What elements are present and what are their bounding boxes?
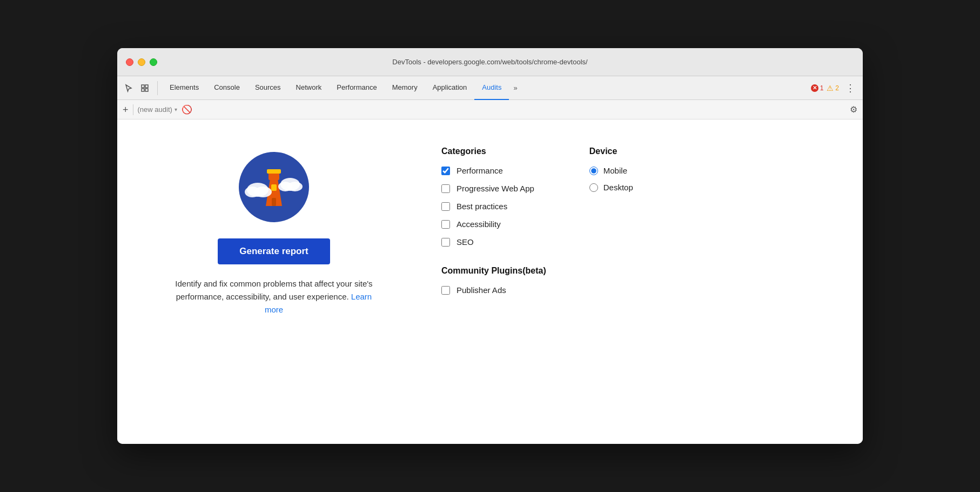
warning-count: 2: [835, 84, 839, 92]
checkbox-performance-label: Performance: [457, 166, 503, 175]
checkbox-best-practices-input[interactable]: [441, 202, 450, 211]
tab-application[interactable]: Application: [425, 76, 475, 100]
svg-rect-0: [142, 85, 144, 88]
block-icon[interactable]: 🚫: [182, 104, 192, 115]
svg-rect-6: [269, 172, 279, 180]
audit-selector-value: (new audit): [138, 105, 172, 114]
add-audit-button[interactable]: +: [123, 105, 129, 115]
more-menu-button[interactable]: ⋮: [842, 82, 858, 94]
tab-sources[interactable]: Sources: [247, 76, 288, 100]
traffic-lights: [126, 58, 157, 66]
community-title: Community Plugins(beta): [441, 266, 546, 276]
checkbox-publisher-ads-label: Publisher Ads: [457, 285, 506, 295]
tab-console[interactable]: Console: [206, 76, 247, 100]
checkbox-best-practices[interactable]: Best practices: [441, 202, 546, 211]
tab-performance[interactable]: Performance: [329, 76, 384, 100]
checkbox-publisher-ads-input[interactable]: [441, 286, 450, 295]
warning-badge: ⚠ 2: [827, 84, 839, 92]
tab-memory[interactable]: Memory: [385, 76, 425, 100]
radio-desktop[interactable]: Desktop: [589, 183, 633, 192]
svg-rect-9: [272, 198, 276, 206]
audit-toolbar: + (new audit) ▾ 🚫 ⚙: [117, 100, 863, 119]
device-radio-group: Mobile Desktop: [589, 166, 633, 192]
radio-mobile-input[interactable]: [589, 167, 598, 175]
tab-right-section: ✕ 1 ⚠ 2 ⋮: [811, 82, 858, 94]
checkbox-pwa[interactable]: Progressive Web App: [441, 184, 546, 193]
svg-rect-7: [267, 169, 281, 174]
radio-desktop-input[interactable]: [589, 183, 598, 192]
window-title: DevTools - developers.google.com/web/too…: [392, 58, 587, 66]
categories-column: Categories Performance Progressive Web A…: [441, 147, 546, 295]
devtools-window: DevTools - developers.google.com/web/too…: [117, 48, 863, 444]
devtools-icon-group: [122, 81, 158, 95]
left-panel: Generate report Identify and fix common …: [160, 141, 387, 316]
svg-rect-2: [142, 89, 144, 91]
checkbox-seo-label: SEO: [457, 237, 474, 247]
community-checkbox-group: Publisher Ads: [441, 285, 546, 295]
radio-mobile-label: Mobile: [603, 166, 627, 175]
lighthouse-logo: [239, 152, 309, 222]
svg-rect-1: [145, 85, 148, 88]
svg-rect-3: [145, 89, 148, 91]
checkbox-pwa-label: Progressive Web App: [457, 184, 534, 193]
tab-elements[interactable]: Elements: [162, 76, 206, 100]
radio-mobile[interactable]: Mobile: [589, 166, 633, 175]
svg-point-15: [287, 182, 303, 191]
error-icon: ✕: [811, 84, 818, 92]
right-panel: Categories Performance Progressive Web A…: [441, 141, 633, 295]
devtools-tab-bar: Elements Console Sources Network Perform…: [117, 76, 863, 100]
svg-rect-8: [271, 184, 277, 191]
maximize-button[interactable]: [150, 58, 157, 66]
close-button[interactable]: [126, 58, 133, 66]
checkbox-performance-input[interactable]: [441, 167, 450, 175]
generate-report-button[interactable]: Generate report: [218, 238, 330, 264]
title-bar: DevTools - developers.google.com/web/too…: [117, 48, 863, 76]
checkbox-best-practices-label: Best practices: [457, 202, 507, 211]
checkbox-seo-input[interactable]: [441, 238, 450, 247]
audit-selector-dropdown[interactable]: (new audit) ▾: [138, 105, 177, 114]
minimize-button[interactable]: [138, 58, 145, 66]
dropdown-arrow-icon: ▾: [174, 107, 177, 112]
svg-point-12: [254, 187, 272, 197]
tab-list: Elements Console Sources Network Perform…: [162, 76, 811, 100]
checkbox-accessibility-input[interactable]: [441, 220, 450, 229]
categories-title: Categories: [441, 147, 546, 156]
community-section: Community Plugins(beta) Publisher Ads: [441, 266, 546, 295]
checkbox-pwa-input[interactable]: [441, 184, 450, 193]
checkbox-publisher-ads[interactable]: Publisher Ads: [441, 285, 546, 295]
checkbox-performance[interactable]: Performance: [441, 166, 546, 175]
error-badge: ✕ 1: [811, 84, 824, 92]
description-text: Identify and fix common problems that af…: [171, 277, 377, 316]
warning-icon: ⚠: [827, 84, 834, 92]
cursor-icon[interactable]: [122, 81, 136, 95]
radio-desktop-label: Desktop: [603, 183, 633, 192]
main-content: Generate report Identify and fix common …: [117, 119, 863, 444]
checkbox-accessibility-label: Accessibility: [457, 220, 501, 229]
device-column: Device Mobile Desktop: [589, 147, 633, 295]
toolbar-divider: [133, 104, 133, 115]
settings-icon[interactable]: ⚙: [850, 104, 857, 115]
tab-audits[interactable]: Audits: [474, 76, 509, 100]
checkbox-accessibility[interactable]: Accessibility: [441, 220, 546, 229]
device-title: Device: [589, 147, 633, 156]
tab-network[interactable]: Network: [288, 76, 330, 100]
error-count: 1: [820, 84, 824, 92]
checkbox-seo[interactable]: SEO: [441, 237, 546, 247]
categories-checkbox-group: Performance Progressive Web App Best pra…: [441, 166, 546, 247]
tab-more-button[interactable]: »: [509, 76, 521, 100]
layers-icon[interactable]: [138, 81, 152, 95]
